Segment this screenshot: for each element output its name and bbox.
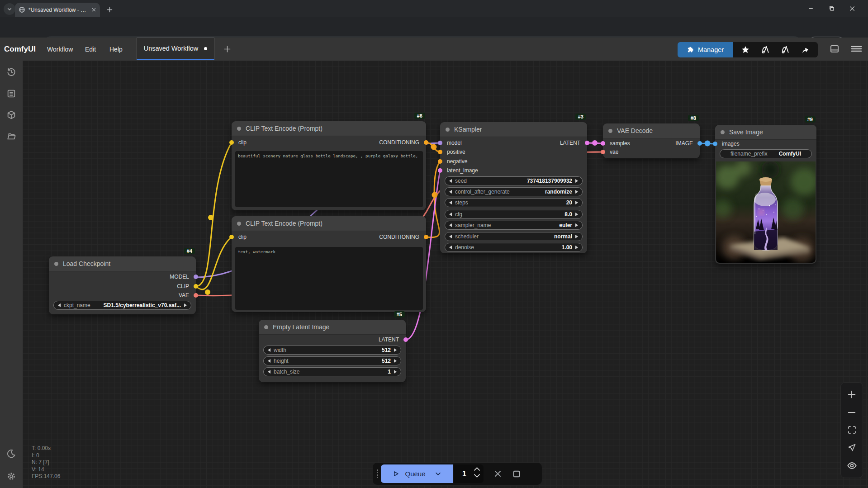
generated-image-preview[interactable]	[716, 161, 816, 263]
fit-view-icon[interactable]	[847, 425, 857, 435]
conditioning-output-pin[interactable]	[424, 235, 428, 239]
manager-button[interactable]: Manager	[678, 42, 733, 57]
queue-drag-handle[interactable]	[374, 469, 381, 478]
steps-widget[interactable]: steps 20	[445, 198, 583, 207]
clip-input-pin[interactable]	[229, 235, 234, 239]
node-header[interactable]: VAE Decode	[603, 123, 700, 138]
node-header[interactable]: CLIP Text Encode (Prompt)	[232, 121, 426, 136]
collapse-dot[interactable]	[237, 127, 241, 131]
zoom-in-icon[interactable]	[847, 389, 857, 399]
window-close-button[interactable]	[842, 0, 862, 17]
cfg-widget[interactable]: cfg 8.0	[445, 210, 583, 219]
batch-count-input[interactable]: 1	[454, 464, 484, 483]
share-icon[interactable]	[801, 45, 810, 54]
queue-list-icon[interactable]	[6, 89, 16, 99]
collapse-dot[interactable]	[608, 129, 612, 133]
node-header[interactable]: Load Checkpoint	[49, 256, 196, 271]
bell-slash-icon-2[interactable]	[781, 45, 790, 54]
collapse-dot[interactable]	[54, 262, 58, 266]
prompt-textarea[interactable]: beautiful scenery nature glass bottle la…	[235, 151, 423, 207]
stat-iterations: I: 0	[32, 452, 60, 460]
clear-queue-icon[interactable]	[493, 469, 502, 478]
node-save-image[interactable]: #9 Save Image images filename_prefix Com…	[715, 125, 816, 264]
batch-size-widget[interactable]: batch_size 1	[263, 367, 401, 376]
model-input-pin[interactable]	[438, 141, 442, 145]
toggle-visibility-eye-icon[interactable]	[847, 460, 857, 471]
zoom-out-icon[interactable]	[847, 407, 857, 417]
collapse-dot[interactable]	[721, 130, 725, 134]
menu-workflow[interactable]: Workflow	[47, 38, 73, 61]
next-arrow-icon[interactable]	[184, 303, 187, 307]
history-icon[interactable]	[6, 67, 16, 77]
widget-label: ckpt_name	[64, 302, 90, 308]
select-cursor-icon[interactable]	[847, 443, 857, 452]
node-clip-text-encode-negative[interactable]: CLIP Text Encode (Prompt) clip CONDITION…	[232, 216, 426, 312]
node-header[interactable]: CLIP Text Encode (Prompt)	[232, 216, 426, 231]
comfyui-logo[interactable]: ComfyUI	[4, 38, 36, 61]
seed-widget[interactable]: seed 737418137909932	[445, 176, 583, 185]
collapse-dot[interactable]	[446, 128, 450, 132]
latent-output-pin[interactable]	[403, 337, 408, 342]
images-input-pin[interactable]	[713, 142, 717, 146]
node-header[interactable]: Empty Latent Image	[259, 320, 406, 335]
stat-fps: FPS:147.06	[32, 473, 60, 480]
workflows-folder-icon[interactable]	[6, 131, 16, 141]
window-restore-button[interactable]	[821, 0, 841, 17]
node-header[interactable]: KSampler	[440, 122, 587, 137]
hamburger-menu-icon[interactable]	[850, 43, 863, 54]
collapse-dot[interactable]	[237, 222, 241, 226]
tab-close-icon[interactable]	[91, 7, 96, 12]
model-output-pin[interactable]	[194, 275, 198, 279]
conditioning-output-pin[interactable]	[424, 140, 428, 145]
menu-help[interactable]: Help	[109, 38, 123, 61]
settings-gear-icon[interactable]	[6, 471, 16, 481]
denoise-widget[interactable]: denoise 1.00	[445, 243, 583, 252]
sampler-name-widget[interactable]: sampler_name euler	[445, 221, 583, 230]
menu-edit[interactable]: Edit	[85, 38, 96, 61]
batch-count-value: 1	[462, 470, 466, 478]
queue-button[interactable]: Queue	[381, 464, 453, 483]
latent-image-input-pin[interactable]	[438, 168, 442, 173]
vae-input-pin[interactable]	[601, 150, 605, 154]
negative-input-pin[interactable]	[438, 159, 442, 164]
image-output-pin[interactable]	[697, 141, 702, 146]
browser-urlbar: Not secure 10.0.1.12:8188 Guest	[0, 17, 868, 38]
ckpt-name-widget[interactable]: ckpt_name SD1.5/cyberrealistic_v70.saf..…	[53, 301, 191, 310]
height-widget[interactable]: height 512	[263, 356, 401, 365]
browser-tab[interactable]: *Unsaved Workflow - ComfyUI	[15, 3, 100, 17]
width-widget[interactable]: width 512	[263, 346, 401, 355]
node-vae-decode[interactable]: #8 VAE Decode samples IMAGE vae	[603, 123, 700, 158]
latent-output-pin[interactable]	[585, 141, 589, 145]
control-after-generate-widget[interactable]: control_after_generate randomize	[445, 187, 583, 196]
node-id-badge: #9	[805, 116, 816, 123]
node-empty-latent-image[interactable]: #5 Empty Latent Image LATENT width 512 h…	[259, 320, 406, 382]
filename-prefix-widget[interactable]: filename_prefix ComfyUI	[720, 149, 812, 158]
positive-input-pin[interactable]	[438, 150, 442, 154]
queue-options-chevron-icon[interactable]	[435, 470, 441, 477]
new-tab-button[interactable]	[104, 4, 115, 15]
clip-output-pin[interactable]	[194, 284, 198, 289]
window-minimize-button[interactable]	[801, 0, 821, 17]
workflow-tab[interactable]: Unsaved Workflow	[137, 38, 214, 60]
stop-icon[interactable]	[512, 469, 521, 479]
vae-output-pin[interactable]	[194, 293, 198, 298]
bell-slash-icon[interactable]	[761, 45, 770, 54]
samples-input-pin[interactable]	[601, 141, 605, 146]
node-ksampler[interactable]: #3 KSampler model LATENT positive negati…	[440, 122, 587, 253]
bottom-panel-icon[interactable]	[829, 43, 840, 54]
theme-moon-icon[interactable]	[6, 449, 16, 459]
collapse-dot[interactable]	[264, 325, 268, 329]
node-header[interactable]: Save Image	[715, 125, 816, 140]
prev-arrow-icon[interactable]	[58, 303, 61, 307]
tab-search-button[interactable]	[4, 3, 15, 15]
output-clip: CLIP	[49, 282, 196, 291]
new-workflow-button[interactable]	[221, 43, 233, 55]
node-load-checkpoint[interactable]: #4 Load Checkpoint MODEL CLIP VAE ckpt_n…	[49, 256, 196, 314]
node-clip-text-encode-positive[interactable]: #6 CLIP Text Encode (Prompt) clip CONDIT…	[232, 121, 426, 210]
star-icon[interactable]	[741, 45, 750, 54]
scheduler-widget[interactable]: scheduler normal	[445, 232, 583, 241]
batch-count-spinner[interactable]	[474, 467, 480, 478]
clip-input-pin[interactable]	[229, 140, 234, 145]
model-library-box-icon[interactable]	[6, 110, 16, 120]
prompt-textarea[interactable]: text, watermark	[235, 247, 423, 310]
